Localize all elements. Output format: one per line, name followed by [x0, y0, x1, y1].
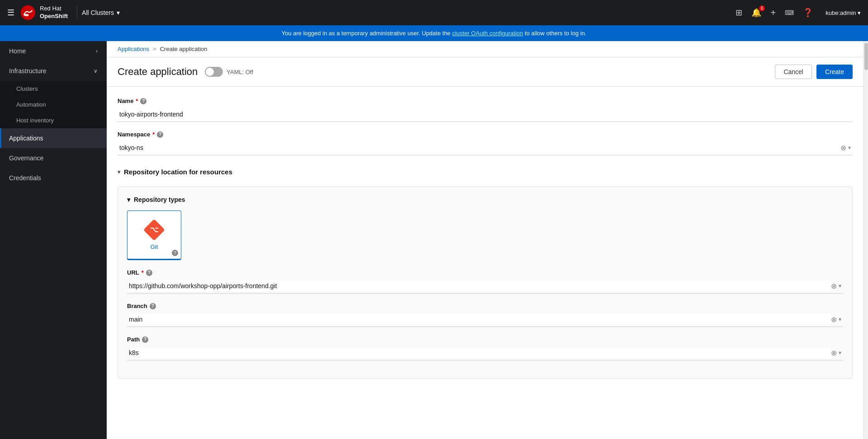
- branch-input[interactable]: [129, 314, 831, 325]
- path-label: Path ?: [127, 336, 843, 343]
- path-info-icon[interactable]: ?: [142, 336, 148, 343]
- svg-point-1: [24, 14, 29, 16]
- terminal-icon[interactable]: ⌨: [785, 9, 794, 16]
- git-card-info-icon[interactable]: ?: [172, 250, 178, 256]
- path-input[interactable]: [129, 347, 831, 358]
- content-area: Applications > Create application Create…: [107, 41, 863, 439]
- branch-clear-icon[interactable]: ⊗: [831, 315, 837, 324]
- navbar: ☰ Red Hat OpenShift All Clusters ▾ ⊞ 🔔6 …: [0, 0, 868, 25]
- yaml-label: YAML: Off: [226, 69, 253, 75]
- url-required-indicator: *: [142, 269, 144, 276]
- namespace-input[interactable]: [119, 142, 840, 153]
- url-label: URL * ?: [127, 269, 843, 276]
- sidebar-subitem-automation[interactable]: Automation: [0, 97, 107, 112]
- url-info-icon[interactable]: ?: [146, 270, 152, 276]
- branch-label: Branch ?: [127, 303, 843, 309]
- repo-section-title: Repository location for resources: [124, 168, 232, 176]
- repo-types-collapse-icon: ▾: [127, 196, 130, 203]
- yaml-toggle-area: YAML: Off: [205, 67, 253, 77]
- name-field-group: Name * ?: [118, 98, 853, 122]
- hamburger-menu[interactable]: ☰: [7, 8, 14, 18]
- sidebar-item-governance-label: Governance: [9, 154, 43, 162]
- namespace-clear-icon[interactable]: ⊗: [840, 144, 846, 152]
- breadcrumb-applications-link[interactable]: Applications: [118, 46, 149, 52]
- url-caret-icon[interactable]: ▾: [839, 283, 841, 289]
- git-icon: ⌥: [144, 220, 164, 240]
- sidebar-item-infrastructure[interactable]: Infrastructure ∨: [0, 61, 107, 81]
- scrollbar-track[interactable]: [863, 41, 868, 439]
- infrastructure-chevron-icon: ∨: [94, 68, 98, 74]
- namespace-select-wrapper: ⊗ ▾: [118, 140, 853, 155]
- help-icon[interactable]: ❓: [803, 8, 813, 18]
- url-input[interactable]: [129, 280, 831, 291]
- path-field-group: Path ? ⊗ ▾: [127, 336, 843, 360]
- name-info-icon[interactable]: ?: [140, 98, 146, 104]
- repo-section-header[interactable]: ▾ Repository location for resources: [118, 164, 853, 179]
- repo-card-grid: ⌥ Git ?: [127, 210, 843, 260]
- repo-location-section: ▾ Repository location for resources ▾ Re…: [118, 164, 853, 379]
- bell-badge: 6: [759, 5, 765, 11]
- url-clear-icon[interactable]: ⊗: [831, 282, 837, 290]
- sidebar-subitem-host-inventory[interactable]: Host inventory: [0, 112, 107, 128]
- plus-icon[interactable]: +: [770, 8, 776, 18]
- create-button[interactable]: Create: [816, 65, 853, 79]
- bell-icon[interactable]: 🔔6: [751, 8, 761, 18]
- user-menu[interactable]: kube:admin ▾: [826, 9, 861, 16]
- cancel-button[interactable]: Cancel: [775, 65, 812, 79]
- breadcrumb: Applications > Create application: [107, 41, 863, 57]
- scrollbar-thumb[interactable]: [864, 43, 868, 70]
- branch-caret-icon[interactable]: ▾: [839, 316, 841, 322]
- sidebar-item-credentials[interactable]: Credentials: [0, 168, 107, 188]
- sidebar-item-home-label: Home: [9, 47, 26, 55]
- breadcrumb-current: Create application: [160, 46, 208, 52]
- name-label: Name * ?: [118, 98, 853, 104]
- git-repo-card[interactable]: ⌥ Git ?: [127, 210, 181, 260]
- infrastructure-subitems: Clusters Automation Host inventory: [0, 81, 107, 128]
- namespace-field-group: Namespace * ? ⊗ ▾: [118, 131, 853, 155]
- redhat-logo: [20, 5, 36, 21]
- name-required-indicator: *: [136, 98, 138, 104]
- branch-select-wrapper: ⊗ ▾: [127, 312, 843, 327]
- url-select-wrapper: ⊗ ▾: [127, 279, 843, 294]
- form-area: Name * ? Namespace * ? ⊗ ▾: [107, 87, 863, 439]
- path-caret-icon[interactable]: ▾: [839, 350, 841, 356]
- git-card-label: Git: [151, 243, 158, 250]
- toggle-knob: [206, 68, 214, 76]
- namespace-required-indicator: *: [152, 131, 155, 138]
- path-clear-icon[interactable]: ⊗: [831, 349, 837, 357]
- yaml-toggle-switch[interactable]: [205, 67, 223, 77]
- page-header-actions: Cancel Create: [775, 65, 853, 79]
- svg-text:⌥: ⌥: [150, 226, 158, 234]
- sidebar-subitem-clusters[interactable]: Clusters: [0, 81, 107, 97]
- namespace-info-icon[interactable]: ?: [157, 131, 163, 138]
- brand-logo-area: Red Hat OpenShift: [20, 5, 68, 21]
- page-title: Create application: [118, 66, 198, 78]
- repo-types-section: ▾ Repository types ⌥ Git: [118, 187, 853, 379]
- brand-text: Red Hat OpenShift: [40, 5, 68, 20]
- breadcrumb-separator: >: [153, 46, 156, 52]
- sidebar-item-applications[interactable]: Applications: [0, 128, 107, 148]
- cluster-selector[interactable]: All Clusters ▾: [77, 6, 124, 19]
- page-header: Create application YAML: Off Cancel Crea…: [107, 57, 863, 87]
- oauth-link[interactable]: cluster OAuth configuration: [452, 30, 523, 37]
- sidebar-item-home[interactable]: Home ›: [0, 41, 107, 61]
- svg-point-0: [21, 5, 35, 20]
- grid-icon[interactable]: ⊞: [736, 8, 742, 18]
- info-banner: You are logged in as a temporary adminis…: [0, 25, 868, 41]
- repo-collapse-icon: ▾: [118, 169, 120, 175]
- branch-info-icon[interactable]: ?: [150, 303, 156, 309]
- namespace-label: Namespace * ?: [118, 131, 853, 138]
- sidebar-item-credentials-label: Credentials: [9, 174, 41, 182]
- nav-icons: ⊞ 🔔6 + ⌨ ❓ kube:admin ▾: [736, 8, 861, 18]
- repo-types-header[interactable]: ▾ Repository types: [127, 196, 843, 203]
- sidebar-item-governance[interactable]: Governance: [0, 148, 107, 168]
- sidebar: Home › Infrastructure ∨ Clusters Automat…: [0, 41, 107, 439]
- repo-types-title: Repository types: [134, 196, 185, 203]
- branch-field-group: Branch ? ⊗ ▾: [127, 303, 843, 327]
- namespace-caret-icon[interactable]: ▾: [848, 145, 851, 151]
- cluster-caret-icon: ▾: [117, 9, 120, 16]
- sidebar-item-infrastructure-label: Infrastructure: [9, 67, 46, 75]
- name-input[interactable]: [118, 107, 853, 122]
- sidebar-item-applications-label: Applications: [9, 135, 43, 142]
- home-chevron-icon: ›: [96, 48, 98, 54]
